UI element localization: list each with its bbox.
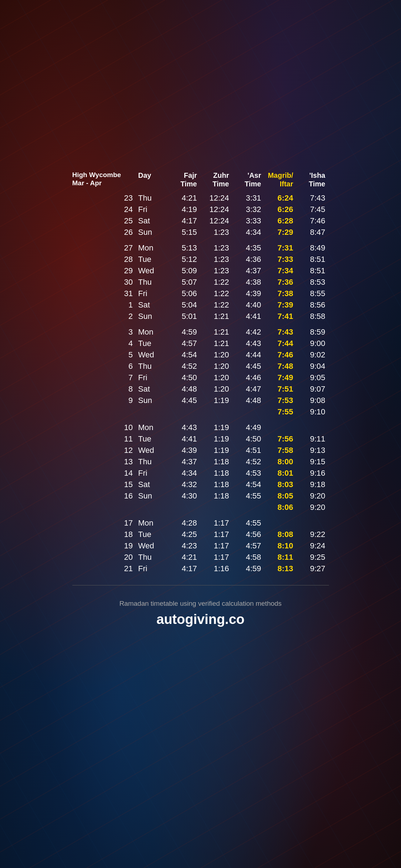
cell-date: 7: [72, 373, 137, 382]
cell-isha: 8:56: [293, 300, 325, 310]
cell-date: 13: [72, 457, 137, 466]
cell-day: Sun: [137, 312, 165, 321]
table-row: 28Tue5:121:234:367:338:51: [72, 254, 329, 265]
cell-date: 8: [72, 384, 137, 394]
cell-day: Mon: [137, 327, 165, 337]
cell-magrib: 7:44: [261, 339, 293, 348]
cell-isha: [293, 423, 325, 432]
table-row: 16Sun4:301:184:558:059:20: [72, 490, 329, 502]
header-magrib: Magrib/ Iftar: [261, 171, 293, 188]
cell-fajr: 4:45: [165, 396, 197, 405]
table-row: 7Fri4:501:204:467:499:05: [72, 372, 329, 383]
cell-isha: 7:46: [293, 216, 325, 226]
cell-magrib: 8:06: [261, 503, 293, 512]
cell-zuhr: 1:22: [197, 300, 229, 310]
table-row: 17Mon4:281:174:55: [72, 517, 329, 529]
cell-asr: 4:43: [229, 339, 261, 348]
cell-zuhr: 1:23: [197, 255, 229, 264]
table-row: 21Fri4:171:164:598:139:27: [72, 563, 329, 574]
cell-date: 14: [72, 469, 137, 478]
cell-date: 30: [72, 278, 137, 287]
cell-asr: 4:48: [229, 396, 261, 405]
cell-fajr: 4:54: [165, 350, 197, 360]
cell-asr: 4:49: [229, 423, 261, 432]
cell-date: 17: [72, 518, 137, 528]
cell-zuhr: 1:21: [197, 339, 229, 348]
cell-date: [72, 407, 137, 417]
cell-magrib: 7:39: [261, 300, 293, 310]
cell-fajr: 5:12: [165, 255, 197, 264]
cell-fajr: 4:59: [165, 327, 197, 337]
table-row: 13Thu4:371:184:528:009:15: [72, 456, 329, 467]
cell-date: 19: [72, 541, 137, 551]
cell-asr: 4:36: [229, 255, 261, 264]
cell-zuhr: 1:22: [197, 289, 229, 298]
table-row: 18Tue4:251:174:568:089:22: [72, 529, 329, 540]
cell-isha: 8:51: [293, 255, 325, 264]
cell-isha: 8:51: [293, 266, 325, 275]
cell-fajr: 4:41: [165, 434, 197, 444]
table-row: 11Tue4:411:194:507:569:11: [72, 433, 329, 445]
cell-magrib: 7:38: [261, 289, 293, 298]
cell-asr: 4:35: [229, 243, 261, 253]
cell-asr: 4:50: [229, 434, 261, 444]
cell-asr: 4:41: [229, 312, 261, 321]
cell-day: Sat: [137, 216, 165, 226]
cell-fajr: 5:04: [165, 300, 197, 310]
cell-isha: 8:59: [293, 327, 325, 337]
cell-zuhr: 1:17: [197, 553, 229, 562]
cell-zuhr: 1:19: [197, 423, 229, 432]
cell-zuhr: [197, 503, 229, 512]
table-row: 29Wed5:091:234:377:348:51: [72, 265, 329, 277]
cell-date: 24: [72, 205, 137, 214]
cell-day: Thu: [137, 278, 165, 287]
cell-isha: 9:20: [293, 491, 325, 501]
cell-day: Wed: [137, 446, 165, 455]
cell-asr: 4:54: [229, 480, 261, 489]
cell-isha: 9:27: [293, 564, 325, 573]
cell-magrib: 7:48: [261, 362, 293, 371]
cell-day: Fri: [137, 564, 165, 573]
table-header: High Wycombe Mar - Apr Day Fajr Time Zuh…: [72, 171, 329, 190]
cell-magrib: 6:26: [261, 205, 293, 214]
cell-zuhr: 1:23: [197, 243, 229, 253]
cell-isha: 9:18: [293, 480, 325, 489]
table-row: 3Mon4:591:214:427:438:59: [72, 326, 329, 338]
cell-fajr: 4:21: [165, 193, 197, 203]
cell-fajr: 4:57: [165, 339, 197, 348]
cell-asr: 4:44: [229, 350, 261, 360]
cell-fajr: 4:25: [165, 530, 197, 539]
cell-day: Fri: [137, 289, 165, 298]
cell-magrib: 8:11: [261, 553, 293, 562]
cell-zuhr: 1:19: [197, 396, 229, 405]
cell-isha: 9:10: [293, 407, 325, 417]
cell-zuhr: 1:19: [197, 434, 229, 444]
cell-date: 16: [72, 491, 137, 501]
cell-magrib: 6:24: [261, 193, 293, 203]
cell-fajr: 4:39: [165, 446, 197, 455]
cell-magrib: [261, 423, 293, 432]
cell-asr: 4:40: [229, 300, 261, 310]
cell-day: Sat: [137, 300, 165, 310]
cell-magrib: 6:28: [261, 216, 293, 226]
cell-date: 20: [72, 553, 137, 562]
cell-asr: 4:53: [229, 469, 261, 478]
cell-day: Tue: [137, 530, 165, 539]
table-row: 9Sun4:451:194:487:539:08: [72, 395, 329, 406]
cell-magrib: 7:43: [261, 327, 293, 337]
cell-asr: 4:57: [229, 541, 261, 551]
cell-isha: 9:11: [293, 434, 325, 444]
cell-magrib: 8:13: [261, 564, 293, 573]
cell-asr: 4:47: [229, 384, 261, 394]
cell-date: 29: [72, 266, 137, 275]
cell-fajr: 5:01: [165, 312, 197, 321]
table-row: 5Wed4:541:204:447:469:02: [72, 349, 329, 361]
cell-isha: 9:20: [293, 503, 325, 512]
cell-isha: 7:45: [293, 205, 325, 214]
cell-magrib: 8:10: [261, 541, 293, 551]
cell-zuhr: 1:18: [197, 469, 229, 478]
section-4: 17Mon4:281:174:5518Tue4:251:174:568:089:…: [72, 517, 329, 574]
cell-fajr: 4:50: [165, 373, 197, 382]
cell-date: 9: [72, 396, 137, 405]
cell-day: Thu: [137, 362, 165, 371]
